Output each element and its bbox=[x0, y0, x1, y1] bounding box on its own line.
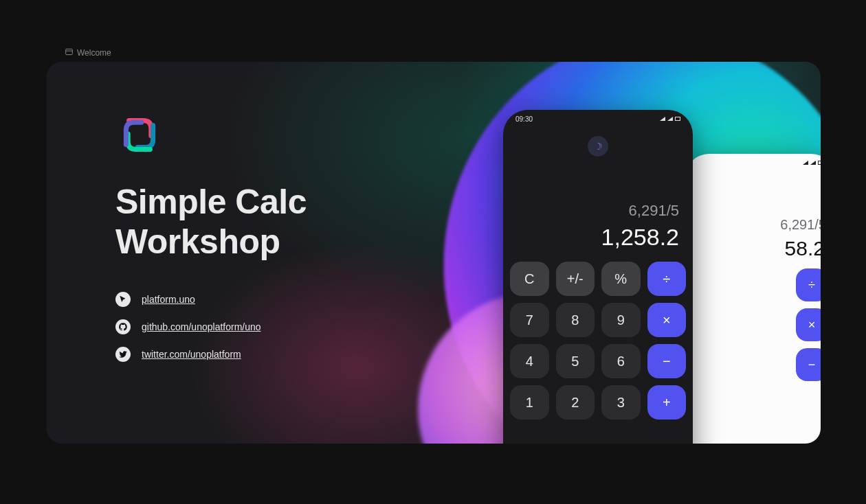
signal-icon bbox=[660, 117, 665, 121]
phone-light-status-icons bbox=[803, 161, 821, 165]
signal-icon bbox=[803, 161, 808, 165]
phone-dark-status-icons bbox=[660, 117, 680, 121]
battery-icon bbox=[818, 161, 821, 165]
cursor-icon bbox=[115, 292, 131, 307]
key-4[interactable]: 4 bbox=[510, 344, 549, 378]
phone-dark: 09:30 ☽ 6,291/5 1,258.2 C+/-%÷789×456−12… bbox=[503, 110, 693, 444]
key-×[interactable]: × bbox=[796, 308, 821, 341]
wifi-icon bbox=[810, 161, 816, 165]
links-list: platform.uno github.com/unoplatform/uno … bbox=[115, 292, 411, 362]
link-github-text: github.com/unoplatform/uno bbox=[142, 321, 261, 332]
phone-light-status-bar bbox=[685, 154, 821, 172]
title-line2: Workshop bbox=[115, 222, 411, 262]
calc-keypad: C+/-%÷789×456−123+ bbox=[503, 256, 693, 420]
page-title: Simple Calc Workshop bbox=[115, 183, 411, 262]
calc-light-result: 58.2 bbox=[685, 237, 821, 260]
link-twitter[interactable]: twitter.com/unoplatform bbox=[115, 347, 411, 362]
calc-expression: 6,291/5 bbox=[503, 202, 679, 220]
svg-rect-0 bbox=[66, 49, 73, 54]
slide-left-column: Simple Calc Workshop platform.uno github… bbox=[115, 110, 411, 362]
key-1[interactable]: 1 bbox=[510, 385, 549, 420]
title-line1: Simple Calc bbox=[115, 183, 411, 222]
link-platform-text: platform.uno bbox=[142, 294, 195, 305]
calc-light-keypad: ÷×− bbox=[685, 266, 821, 381]
key-C[interactable]: C bbox=[510, 262, 549, 296]
key-3[interactable]: 3 bbox=[601, 385, 641, 420]
slide-card: Simple Calc Workshop platform.uno github… bbox=[47, 62, 821, 444]
key-−[interactable]: − bbox=[647, 344, 687, 378]
github-icon bbox=[115, 319, 131, 334]
key-%[interactable]: % bbox=[601, 262, 641, 296]
welcome-tab-label[interactable]: Welcome bbox=[77, 48, 111, 58]
key-7[interactable]: 7 bbox=[510, 303, 549, 337]
wifi-icon bbox=[667, 117, 673, 121]
phone-light: 6,291/5 58.2 ÷×− bbox=[685, 154, 821, 444]
tab-bar: Welcome bbox=[65, 48, 111, 58]
phone-dark-time: 09:30 bbox=[515, 115, 533, 123]
theme-toggle[interactable]: ☽ bbox=[588, 136, 608, 157]
key-÷[interactable]: ÷ bbox=[647, 262, 687, 296]
key-+[interactable]: + bbox=[647, 385, 687, 420]
key-+/-[interactable]: +/- bbox=[556, 262, 595, 296]
key-÷[interactable]: ÷ bbox=[796, 268, 821, 301]
link-platform[interactable]: platform.uno bbox=[115, 292, 411, 307]
link-github[interactable]: github.com/unoplatform/uno bbox=[115, 319, 411, 334]
calc-result: 1,258.2 bbox=[503, 224, 679, 251]
key-2[interactable]: 2 bbox=[556, 385, 595, 420]
battery-icon bbox=[675, 117, 680, 121]
key-×[interactable]: × bbox=[647, 303, 687, 337]
key-8[interactable]: 8 bbox=[556, 303, 595, 337]
phone-dark-status-bar: 09:30 bbox=[503, 110, 693, 128]
link-twitter-text: twitter.com/unoplatform bbox=[142, 349, 241, 360]
calc-light-expression: 6,291/5 bbox=[685, 217, 821, 233]
key-5[interactable]: 5 bbox=[556, 344, 595, 378]
moon-icon: ☽ bbox=[594, 141, 603, 152]
welcome-tab-icon bbox=[65, 48, 73, 58]
twitter-icon bbox=[115, 347, 131, 362]
key-6[interactable]: 6 bbox=[601, 344, 641, 378]
calc-light-display: 6,291/5 58.2 bbox=[685, 172, 821, 266]
calc-display: 6,291/5 1,258.2 bbox=[503, 157, 693, 256]
key-−[interactable]: − bbox=[796, 348, 821, 381]
key-9[interactable]: 9 bbox=[601, 303, 641, 337]
uno-logo-icon bbox=[115, 110, 164, 158]
